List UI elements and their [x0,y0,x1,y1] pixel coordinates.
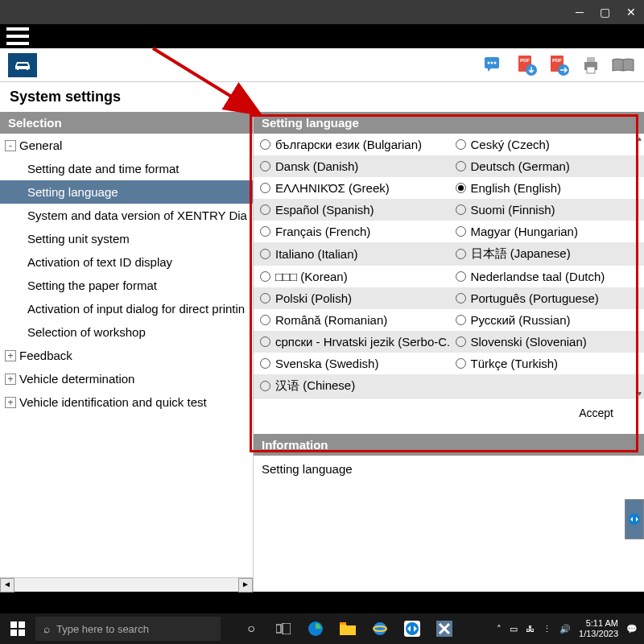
main-area: Selection -GeneralSetting date and time … [0,112,644,592]
language-option[interactable]: Русский (Russian) [449,309,645,331]
language-option[interactable]: Polski (Polish) [254,287,449,309]
radio-icon[interactable] [456,336,466,347]
maximize-icon[interactable]: ▢ [600,6,610,19]
teamviewer-side-widget[interactable] [625,499,644,539]
language-option[interactable]: Suomi (Finnish) [449,199,645,221]
scroll-left-button[interactable]: ◄ [0,578,14,592]
radio-icon[interactable] [260,183,270,193]
language-option[interactable]: Español (Spanish) [254,199,449,221]
radio-icon[interactable] [456,271,466,282]
expand-icon[interactable]: + [5,374,16,385]
tree-item[interactable]: +Feedback [0,344,253,367]
book-icon[interactable] [610,52,636,78]
language-option[interactable]: Slovenski (Slovenian) [449,331,645,353]
radio-icon[interactable] [260,249,270,259]
tree-item[interactable]: Setting date and time format [0,157,253,180]
radio-icon[interactable] [260,381,270,391]
ie-icon[interactable] [365,613,394,644]
wifi-icon[interactable]: ⋮ [543,624,551,634]
language-option[interactable]: Svenska (Swedish) [254,353,449,374]
language-option[interactable]: Deutsch (German) [449,155,645,177]
radio-icon[interactable] [456,161,466,171]
edge-icon[interactable] [301,613,330,644]
scroll-down-icon[interactable]: ▾ [634,389,644,398]
scroll-up-icon[interactable]: ▴ [634,134,644,142]
radio-icon[interactable] [456,315,466,325]
teamviewer-icon[interactable] [398,613,427,644]
collapse-icon[interactable]: - [5,140,16,151]
language-option[interactable]: 日本語 (Japanese) [449,242,645,266]
language-option[interactable]: Nederlandse taal (Dutch) [449,266,645,287]
tree-item[interactable]: -General [0,134,253,157]
radio-icon[interactable] [456,183,466,193]
language-option[interactable]: Français (French) [254,221,449,242]
file-explorer-icon[interactable] [333,613,362,644]
language-option[interactable]: ΕΛΛΗΝΙΚΌΣ (Greek) [254,177,449,199]
xentry-icon[interactable] [430,613,459,644]
language-option[interactable]: Română (Romanian) [254,309,449,331]
language-row: Polski (Polish)Português (Portuguese) [254,287,644,309]
minimize-icon[interactable]: ─ [576,6,584,19]
tree-item[interactable]: Setting language [0,180,253,204]
expand-icon[interactable]: + [5,350,16,361]
scroll-right-button[interactable]: ► [238,578,253,592]
pdf-export-icon[interactable]: PDF [546,52,572,78]
pdf-download-icon[interactable]: PDF [514,52,539,78]
radio-icon[interactable] [260,336,270,347]
tree-item[interactable]: Activation of text ID display [0,250,253,274]
language-option[interactable]: 汉语 (Chinese) [254,374,449,398]
tree-item[interactable]: Setting the paper format [0,274,253,297]
taskbar-search[interactable]: ⌕ Type here to search [35,617,221,641]
language-option[interactable]: српски - Hrvatski jezik (Serbo-C... [254,331,449,353]
language-option[interactable]: Magyar (Hungarian) [449,221,645,242]
taskbar-clock[interactable]: 5:11 AM 1/13/2023 [579,618,618,639]
accept-button[interactable]: Accept [564,403,628,423]
language-option[interactable]: Português (Portuguese) [449,287,645,309]
language-option [449,374,645,398]
language-option[interactable]: български език (Bulgarian) [254,134,449,155]
radio-icon[interactable] [456,226,466,237]
radio-icon[interactable] [456,204,466,215]
volume-icon[interactable]: 🔊 [559,624,571,634]
task-view-icon[interactable] [269,613,298,644]
language-option[interactable]: Italiano (Italian) [254,242,449,266]
radio-icon[interactable] [456,293,466,303]
radio-icon[interactable] [456,249,466,259]
radio-icon[interactable] [260,204,270,215]
expand-icon[interactable]: + [5,397,16,408]
start-button[interactable] [0,613,35,644]
radio-icon[interactable] [260,139,270,150]
chat-icon[interactable] [481,52,507,78]
print-icon[interactable] [578,52,604,78]
language-option[interactable]: Dansk (Danish) [254,155,449,177]
language-option[interactable]: Türkçe (Turkish) [449,353,645,374]
battery-icon[interactable]: ▭ [510,624,518,634]
radio-icon[interactable] [456,139,466,150]
language-option[interactable]: □□□ (Korean) [254,266,449,287]
language-option[interactable]: English (English) [449,177,645,199]
radio-icon[interactable] [260,226,270,237]
radio-icon[interactable] [260,315,270,325]
tree-item[interactable]: +Vehicle identification and quick test [0,390,253,414]
tray-expand-icon[interactable]: ˄ [497,624,502,634]
close-icon[interactable]: ✕ [626,6,636,19]
vehicle-icon[interactable] [8,53,37,77]
tree-item[interactable]: System and data version of XENTRY Dia [0,204,253,227]
tree-item[interactable]: Activation of input dialog for direct pr… [0,297,253,320]
radio-icon[interactable] [260,293,270,303]
vertical-scroll-indicator[interactable]: ▴ ▾ [634,134,644,398]
language-row: български език (Bulgarian)Ceský (Czech) [254,134,644,155]
tree-item[interactable]: Setting unit system [0,227,253,250]
radio-icon[interactable] [260,271,270,282]
hamburger-menu-icon[interactable] [6,27,29,45]
network-icon[interactable]: 🖧 [526,624,535,634]
tree-item[interactable]: +Vehicle determination [0,367,253,390]
language-option[interactable]: Ceský (Czech) [449,134,645,155]
radio-icon[interactable] [260,358,270,369]
cortana-icon[interactable]: ○ [237,613,266,644]
notifications-icon[interactable]: 💬 [626,624,638,634]
tree-item[interactable]: Selection of workshop [0,320,253,344]
sidebar-horizontal-scrollbar[interactable]: ◄ ► [0,577,253,592]
radio-icon[interactable] [456,358,466,369]
radio-icon[interactable] [260,161,270,171]
